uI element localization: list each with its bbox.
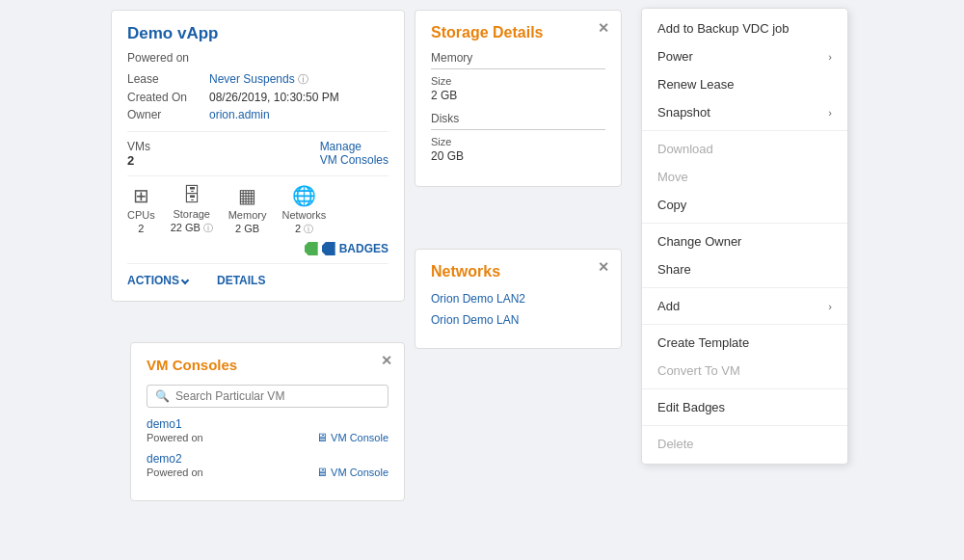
networks-card: ✕ Networks Orion Demo LAN2 Orion Demo LA…	[415, 249, 622, 349]
menu-add-backup[interactable]: Add to Backup VDC job	[642, 14, 847, 42]
vms-left: VMs 2	[127, 140, 150, 168]
cpu-label: CPUs	[127, 209, 155, 221]
disks-size-label: Size	[431, 136, 605, 147]
menu-power[interactable]: Power ›	[642, 42, 847, 70]
menu-download: Download	[642, 135, 847, 163]
storage-close-button[interactable]: ✕	[598, 20, 609, 36]
vms-label: VMs	[127, 140, 150, 153]
memory-icon-item: ▦ Memory 2 GB	[228, 184, 267, 236]
memory-icon: ▦	[238, 184, 256, 207]
lease-label: Lease	[127, 70, 209, 89]
snapshot-arrow-icon: ›	[828, 107, 832, 119]
networks-close-button[interactable]: ✕	[598, 259, 609, 275]
vm2-name[interactable]: demo2	[147, 452, 388, 466]
cpu-icon-item: ⊞ CPUs 2	[127, 184, 155, 236]
cpu-value: 2	[138, 223, 144, 234]
vmconsoles-title: VM Consoles	[147, 357, 388, 373]
vapp-title: Demo vApp	[127, 24, 388, 43]
vapp-powered-status: Powered on	[127, 51, 388, 65]
badge-blue-icon	[322, 242, 335, 255]
vm1-console-button[interactable]: 🖥 VM Console	[316, 431, 388, 444]
vm-item-2: demo2 Powered on 🖥 VM Console	[147, 452, 388, 479]
vm-item-1: demo1 Powered on 🖥 VM Console	[147, 417, 388, 444]
vms-right: Manage VM Consoles	[320, 140, 388, 167]
storage-icon-label: Storage	[173, 208, 210, 220]
vm-search-box[interactable]: 🔍	[147, 385, 388, 408]
memory-size-value: 2 GB	[431, 89, 605, 102]
badges-row: BADGES	[127, 242, 388, 255]
search-icon: 🔍	[155, 389, 170, 403]
vm1-name[interactable]: demo1	[147, 417, 388, 431]
vms-row: VMs 2 Manage VM Consoles	[127, 140, 388, 168]
context-menu: Add to Backup VDC job Power › Renew Leas…	[641, 8, 848, 465]
actions-button[interactable]: ACTIONS	[127, 274, 188, 287]
disks-size-value: 20 GB	[431, 149, 605, 163]
storage-details-title: Storage Details	[431, 24, 605, 41]
memory-icon-label: Memory	[228, 209, 267, 221]
vapp-meta-table: Lease Never Suspends ⓘ Created On 08/26/…	[127, 70, 388, 123]
storage-details-card: ✕ Storage Details Memory Size 2 GB Disks…	[415, 10, 622, 187]
vm-consoles-card: ✕ VM Consoles 🔍 demo1 Powered on 🖥 VM Co…	[130, 342, 405, 501]
vm1-status-row: Powered on 🖥 VM Console	[147, 431, 388, 444]
details-button[interactable]: DETAILS	[217, 274, 265, 287]
networks-icon-label: Networks	[281, 209, 326, 221]
menu-change-owner[interactable]: Change Owner	[642, 227, 847, 255]
console-icon: 🖥	[316, 431, 328, 444]
network-item-2[interactable]: Orion Demo LAN	[431, 313, 605, 327]
resource-icons-row: ⊞ CPUs 2 🗄 Storage 22 GB ⓘ ▦ Memory 2 GB…	[127, 184, 388, 236]
menu-convert-to-vm: Convert To VM	[642, 357, 847, 385]
networks-icon-item: 🌐 Networks 2 ⓘ	[281, 184, 326, 236]
vms-value: 2	[127, 153, 150, 168]
vapp-card: Demo vApp Powered on Lease Never Suspend…	[111, 10, 405, 302]
networks-icon: 🌐	[292, 184, 316, 207]
vm1-status: Powered on	[147, 432, 203, 443]
storage-icon-value: 22 GB ⓘ	[171, 222, 213, 235]
add-arrow-icon: ›	[828, 301, 832, 312]
menu-share[interactable]: Share	[642, 255, 847, 283]
manage-link[interactable]: Manage	[320, 140, 388, 153]
networks-icon-value: 2 ⓘ	[295, 223, 313, 236]
vm2-status: Powered on	[147, 467, 203, 478]
vm-search-input[interactable]	[175, 389, 380, 403]
chevron-down-icon	[181, 277, 189, 284]
owner-label: Owner	[127, 106, 209, 123]
memory-icon-value: 2 GB	[235, 223, 259, 234]
menu-move: Move	[642, 163, 847, 191]
created-on-value: 08/26/2019, 10:30:50 PM	[209, 89, 388, 106]
created-on-label: Created On	[127, 89, 209, 106]
badge-green-icon	[305, 242, 318, 255]
vm-consoles-link[interactable]: VM Consoles	[320, 153, 388, 167]
memory-section-title: Memory	[431, 51, 605, 65]
disks-section-title: Disks	[431, 112, 605, 125]
storage-icon: 🗄	[182, 184, 201, 206]
menu-delete: Delete	[642, 430, 847, 458]
vm2-console-button[interactable]: 🖥 VM Console	[316, 466, 388, 479]
badges-label[interactable]: BADGES	[339, 242, 388, 255]
network-item-1[interactable]: Orion Demo LAN2	[431, 292, 605, 306]
menu-create-template[interactable]: Create Template	[642, 329, 847, 357]
vmconsoles-close-button[interactable]: ✕	[381, 353, 392, 368]
cpu-icon: ⊞	[133, 184, 149, 207]
menu-snapshot[interactable]: Snapshot ›	[642, 98, 847, 126]
menu-edit-badges[interactable]: Edit Badges	[642, 393, 847, 421]
power-arrow-icon: ›	[828, 51, 832, 63]
console-icon-2: 🖥	[316, 466, 328, 479]
storage-icon-item: 🗄 Storage 22 GB ⓘ	[171, 184, 213, 236]
vm2-status-row: Powered on 🖥 VM Console	[147, 466, 388, 479]
networks-title: Networks	[431, 263, 605, 280]
menu-renew-lease[interactable]: Renew Lease	[642, 70, 847, 98]
owner-value[interactable]: orion.admin	[209, 106, 388, 123]
menu-copy[interactable]: Copy	[642, 191, 847, 219]
memory-size-label: Size	[431, 75, 605, 87]
menu-add[interactable]: Add ›	[642, 292, 847, 320]
lease-value: Never Suspends ⓘ	[209, 70, 388, 89]
card-footer: ACTIONS DETAILS	[127, 263, 388, 287]
